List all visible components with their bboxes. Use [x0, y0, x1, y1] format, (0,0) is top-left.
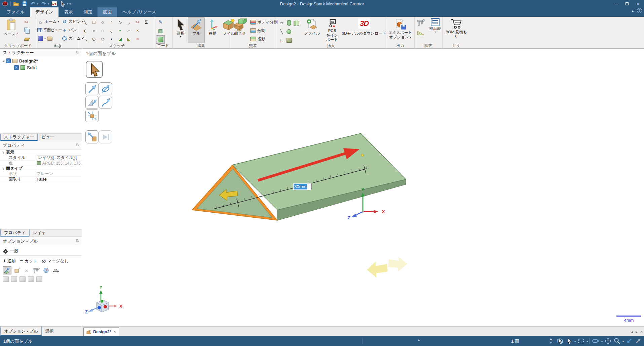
select-tool-caret-icon[interactable]: ▾ — [67, 2, 68, 5]
add-mode-label[interactable]: 追加 — [7, 258, 16, 264]
save-icon[interactable] — [22, 1, 28, 7]
sketch-sweep-arc-icon[interactable]: ◟ — [107, 26, 116, 35]
pin-icon[interactable] — [75, 51, 79, 55]
pull-revolve-button[interactable] — [99, 82, 112, 95]
close-button[interactable]: × — [633, 0, 644, 7]
select-mode-tool-button[interactable] — [86, 61, 103, 78]
design-canvas[interactable]: 1個の面をプル — [82, 49, 644, 326]
home-view-button[interactable]: ⌂ホーム▾ — [36, 17, 60, 26]
select-previous-icon[interactable] — [556, 337, 564, 345]
select-button[interactable]: 選択 ▾ — [173, 17, 188, 43]
chamfer-value[interactable]: False — [37, 177, 46, 182]
section-mode-button[interactable]: ▨ — [156, 27, 165, 35]
app-logo-icon[interactable] — [2, 1, 8, 7]
sketch-spline-icon[interactable]: ∿ — [116, 18, 124, 26]
sketch-construction-line-icon[interactable]: ⋱ — [81, 35, 89, 43]
scene-3d[interactable]: Y X Z Y X Z — [82, 49, 644, 326]
help-icon[interactable]: ? — [637, 8, 642, 13]
zoom-view-icon[interactable] — [613, 337, 621, 345]
pin-icon[interactable] — [75, 239, 79, 243]
insert-line-icon[interactable]: ╲ — [278, 28, 285, 35]
maximize-button[interactable] — [621, 0, 633, 7]
sketch-three-point-rect-icon[interactable]: ▫ — [89, 26, 98, 35]
sketch-polygon-icon[interactable]: ◇ — [98, 35, 107, 43]
pull-both-sides-button[interactable] — [12, 266, 21, 274]
caliper-icon[interactable] — [417, 19, 425, 27]
pull-up-to-button[interactable] — [85, 130, 99, 143]
sketch-trim-icon[interactable]: ✂ — [133, 18, 142, 26]
undo-icon[interactable]: ↶ — [30, 1, 36, 7]
property-row-shape[interactable]: 形状 プレーン — [0, 171, 82, 177]
property-row-color[interactable]: 色 ARGB: 255, 143, 175, — [0, 161, 82, 166]
sketch-chamfer-icon[interactable]: ◣ — [124, 35, 133, 43]
combine-button[interactable]: 組合せ — [231, 17, 249, 43]
select-tool-icon[interactable] — [60, 1, 66, 7]
format-painter-icon[interactable] — [23, 35, 30, 42]
sort-updown-icon[interactable] — [547, 337, 555, 345]
cut-mode-icon[interactable]: − — [20, 258, 23, 264]
add-mode-icon[interactable]: + — [3, 258, 6, 264]
tree-node-solid[interactable]: ✓ Solid — [2, 64, 82, 71]
selection-box-icon[interactable] — [577, 337, 585, 345]
tree-expander-icon[interactable]: ◢ — [2, 59, 4, 62]
sketch-arc-icon[interactable]: ◝ — [107, 18, 116, 26]
view-cube-button[interactable] — [37, 36, 43, 42]
minimize-button[interactable]: ─ — [610, 0, 621, 7]
tab-scroll-left-icon[interactable]: ◂ — [631, 330, 633, 334]
document-tab-close-icon[interactable]: × — [114, 330, 116, 334]
sketch-point-icon[interactable]: ● — [116, 26, 124, 35]
pull-preset-round-icon[interactable] — [11, 276, 17, 282]
ghost-arrow-right[interactable] — [388, 257, 407, 272]
ghost-arrow-left[interactable] — [367, 262, 388, 277]
pull-preset-revolve-icon[interactable] — [28, 276, 34, 282]
tab-layers[interactable]: レイヤ — [29, 229, 49, 236]
tab-scroll-right-icon[interactable]: ▸ — [636, 330, 638, 334]
pull-draft-button[interactable] — [85, 96, 99, 109]
select-tool-caret-icon[interactable]: ▴ — [574, 340, 576, 343]
sketch-construction-circle-icon[interactable]: ◌ — [98, 26, 107, 35]
open-file-icon[interactable] — [13, 1, 19, 7]
design-visibility-checkbox[interactable]: ✓ — [6, 58, 11, 63]
sketch-offset-line-icon[interactable]: ⌐ — [124, 26, 133, 35]
snapshot-button[interactable] — [47, 36, 53, 42]
solid-body[interactable] — [192, 133, 406, 220]
sketch-equation-icon[interactable]: Σ — [142, 18, 151, 26]
project-button[interactable]: 投影 — [250, 35, 278, 43]
cut-mode-label[interactable]: カット — [25, 258, 37, 264]
model3d-download-button[interactable]: 3D 3Dモデルのダウンロード — [343, 17, 386, 43]
solid-mode-button[interactable] — [156, 35, 165, 44]
sketch-ellipse-icon[interactable]: ⊙ — [89, 35, 98, 43]
view-cube-caret-icon[interactable]: ▾ — [44, 37, 46, 40]
move-button[interactable]: 移動 — [205, 17, 220, 43]
zoom-extents-icon[interactable] — [626, 337, 633, 345]
tab-close-all-icon[interactable]: × — [640, 330, 643, 334]
property-section-display[interactable]: ∨表示 — [0, 150, 82, 155]
undo-caret-icon[interactable]: ▾ — [37, 2, 38, 5]
status-notification-icon[interactable]: ▲ — [417, 338, 421, 342]
sketch-mode-button[interactable]: ✎ — [156, 18, 165, 26]
no-merge-icon[interactable]: ⊘ — [41, 258, 46, 264]
pan-view-icon[interactable] — [604, 337, 612, 345]
sketch-delete-icon[interactable]: × — [133, 35, 142, 43]
insert-sphere-icon[interactable] — [286, 28, 292, 35]
paste-button[interactable]: ペースト — [2, 17, 21, 43]
sketch-line-icon[interactable]: ╲ — [81, 18, 89, 26]
export-options-button[interactable]: エクスポート オプション ▾ — [387, 17, 414, 43]
tab-properties[interactable]: プロパティ — [0, 229, 29, 236]
angle-measure-icon[interactable] — [417, 30, 425, 36]
sketch-split-icon[interactable]: × — [133, 26, 142, 35]
zoom-view-caret-icon[interactable]: ▴ — [622, 340, 624, 343]
world-axis-triad[interactable]: Y X Z — [85, 285, 122, 314]
style-value[interactable]: レイヤ別, スタイル別 — [38, 155, 77, 160]
dimension-input[interactable]: 30mm — [293, 183, 312, 190]
tab-structure[interactable]: ストラクチャー — [0, 134, 37, 141]
measure-caliper-button[interactable] — [32, 266, 41, 274]
split-button[interactable]: 分割 — [250, 27, 278, 35]
spin-view-icon[interactable] — [592, 337, 600, 345]
copy-icon[interactable] — [23, 27, 30, 34]
insert-cylinder-icon[interactable] — [286, 19, 292, 26]
collapse-ribbon-icon[interactable]: ▴ — [632, 9, 634, 12]
tab-views[interactable]: ビュー — [37, 134, 58, 141]
tab-measure[interactable]: 測定 — [78, 7, 98, 17]
insert-mirror-icon[interactable] — [293, 19, 300, 26]
